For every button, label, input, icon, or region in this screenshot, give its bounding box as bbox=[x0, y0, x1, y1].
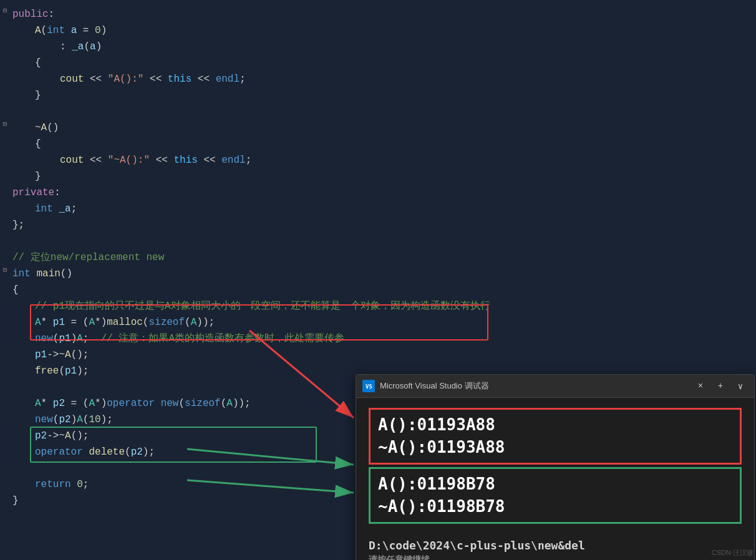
code-line: { bbox=[0, 282, 756, 298]
line-text: { bbox=[10, 136, 756, 152]
debug-output-green: A():01198B78 ~A():01198B78 bbox=[369, 467, 742, 524]
code-line: private: bbox=[0, 185, 756, 201]
code-line: ⊟ ~A() bbox=[0, 120, 756, 136]
line-text: { bbox=[10, 55, 756, 71]
debug-footer: D:\code\2024\c-plus-plus\new&del 请按任意键继续… bbox=[356, 534, 754, 560]
line-text: // p1现在指向的只不过是与A对象相同大小的一段空间，还不能算是一个对象，因为… bbox=[10, 298, 756, 314]
debug-controls: × + ∨ bbox=[693, 379, 748, 393]
line-text: int _a; bbox=[10, 201, 756, 217]
line-text: : _a(a) bbox=[10, 39, 756, 55]
debug-titlebar: VS Microsoft Visual Studio 调试器 × + ∨ bbox=[356, 375, 754, 398]
footer-path: D:\code\2024\c-plus-plus\new&del bbox=[369, 539, 742, 552]
debug-output-red: A():01193A88 ~A():01193A88 bbox=[369, 408, 742, 465]
code-line: ⊟ public: bbox=[0, 6, 756, 22]
footer-msg: 请按任意键继续. . . bbox=[369, 554, 742, 560]
line-text: p1->~A(); bbox=[10, 347, 756, 363]
code-line: // p1现在指向的只不过是与A对象相同大小的一段空间，还不能算是一个对象，因为… bbox=[0, 298, 756, 314]
line-text: int main() bbox=[10, 266, 756, 282]
output-line-1: A():01193A88 bbox=[378, 413, 732, 436]
code-line: : _a(a) bbox=[0, 39, 756, 55]
svg-text:VS: VS bbox=[366, 384, 372, 390]
collapse-icon[interactable]: ⊟ bbox=[0, 120, 10, 128]
collapse-icon[interactable]: ⊟ bbox=[0, 266, 10, 274]
debug-title: Microsoft Visual Studio 调试器 bbox=[380, 380, 693, 392]
close-button[interactable]: × bbox=[693, 379, 708, 393]
code-line: } bbox=[0, 87, 756, 104]
code-line: p1->~A(); bbox=[0, 347, 756, 363]
watermark: CSDN·汪汉玻 bbox=[712, 548, 754, 558]
line-text: public: bbox=[10, 6, 756, 22]
code-line: A* p1 = (A*)malloc(sizeof(A)); bbox=[0, 314, 756, 331]
add-button[interactable]: + bbox=[713, 379, 728, 393]
code-line bbox=[0, 104, 756, 120]
code-line: A(int a = 0) bbox=[0, 22, 756, 39]
line-text: new(p1)A; // 注意：如果A类的构造函数有参数时，此处需要传参 bbox=[10, 331, 756, 347]
code-editor: ⊟ public: A(int a = 0) : _a(a) { cout <<… bbox=[0, 0, 756, 560]
line-text: } bbox=[10, 87, 756, 104]
line-text: A(int a = 0) bbox=[10, 22, 756, 39]
code-line: cout << "~A():" << this << endl; bbox=[0, 152, 756, 168]
collapse-icon[interactable]: ⊟ bbox=[0, 6, 10, 14]
debug-content: A():01193A88 ~A():01193A88 A():01198B78 … bbox=[356, 398, 754, 534]
line-text: cout << "~A():" << this << endl; bbox=[10, 152, 756, 168]
code-line: { bbox=[0, 55, 756, 71]
line-text: cout << "A():" << this << endl; bbox=[10, 71, 756, 87]
output-line-4: ~A():01198B78 bbox=[378, 495, 732, 518]
code-line: new(p1)A; // 注意：如果A类的构造函数有参数时，此处需要传参 bbox=[0, 331, 756, 347]
line-text: private: bbox=[10, 185, 756, 201]
line-text: A* p1 = (A*)malloc(sizeof(A)); bbox=[10, 314, 756, 331]
output-line-3: A():01198B78 bbox=[378, 473, 732, 495]
code-line: ⊟ int main() bbox=[0, 266, 756, 282]
output-line-2: ~A():01193A88 bbox=[378, 436, 732, 458]
debug-window: VS Microsoft Visual Studio 调试器 × + ∨ A()… bbox=[356, 374, 755, 560]
code-line: } bbox=[0, 168, 756, 185]
line-text: { bbox=[10, 282, 756, 298]
code-line: int _a; bbox=[0, 201, 756, 217]
line-text: } bbox=[10, 168, 756, 185]
code-line: }; bbox=[0, 217, 756, 233]
code-line: { bbox=[0, 136, 756, 152]
code-line bbox=[0, 233, 756, 249]
vs-icon: VS bbox=[362, 380, 375, 392]
code-line: // 定位new/replacement new bbox=[0, 249, 756, 266]
line-text: }; bbox=[10, 217, 756, 233]
code-line: cout << "A():" << this << endl; bbox=[0, 71, 756, 87]
dropdown-button[interactable]: ∨ bbox=[733, 379, 748, 393]
line-text: // 定位new/replacement new bbox=[10, 249, 756, 266]
line-text: ~A() bbox=[10, 120, 756, 136]
